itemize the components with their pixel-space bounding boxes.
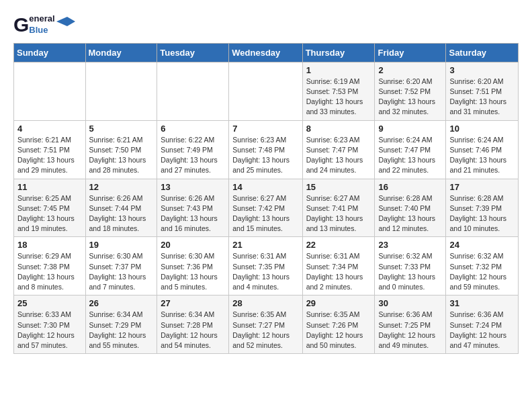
calendar-cell: 3Sunrise: 6:20 AM Sunset: 7:51 PM Daylig…	[446, 62, 519, 120]
calendar-week-3: 11Sunrise: 6:25 AM Sunset: 7:45 PM Dayli…	[14, 179, 519, 237]
day-number: 22	[306, 240, 371, 250]
day-info: Sunrise: 6:36 AM Sunset: 7:24 PM Dayligh…	[449, 310, 515, 351]
logo-blue: Blue	[29, 25, 54, 36]
calendar-cell: 6Sunrise: 6:22 AM Sunset: 7:49 PM Daylig…	[157, 120, 229, 179]
calendar-cell: 24Sunrise: 6:32 AM Sunset: 7:32 PM Dayli…	[446, 237, 519, 295]
calendar-cell: 9Sunrise: 6:24 AM Sunset: 7:47 PM Daylig…	[375, 120, 446, 179]
calendar-cell	[229, 62, 302, 120]
day-number: 19	[89, 240, 154, 250]
day-info: Sunrise: 6:27 AM Sunset: 7:42 PM Dayligh…	[232, 193, 298, 234]
day-number: 5	[89, 124, 154, 134]
calendar-cell: 22Sunrise: 6:31 AM Sunset: 7:34 PM Dayli…	[302, 237, 375, 295]
calendar-cell: 19Sunrise: 6:30 AM Sunset: 7:37 PM Dayli…	[85, 237, 157, 295]
day-number: 10	[449, 124, 515, 134]
day-number: 1	[306, 65, 371, 75]
calendar-cell: 10Sunrise: 6:24 AM Sunset: 7:46 PM Dayli…	[446, 120, 519, 179]
calendar-cell: 8Sunrise: 6:23 AM Sunset: 7:47 PM Daylig…	[302, 120, 375, 179]
day-info: Sunrise: 6:34 AM Sunset: 7:28 PM Dayligh…	[161, 310, 225, 351]
day-info: Sunrise: 6:32 AM Sunset: 7:33 PM Dayligh…	[378, 251, 442, 292]
day-info: Sunrise: 6:30 AM Sunset: 7:37 PM Dayligh…	[89, 251, 154, 292]
calendar-cell: 20Sunrise: 6:30 AM Sunset: 7:36 PM Dayli…	[157, 237, 229, 295]
day-number: 11	[17, 182, 82, 192]
day-info: Sunrise: 6:35 AM Sunset: 7:26 PM Dayligh…	[306, 310, 371, 351]
day-number: 28	[232, 298, 298, 308]
calendar-cell: 31Sunrise: 6:36 AM Sunset: 7:24 PM Dayli…	[446, 295, 519, 354]
calendar-cell: 18Sunrise: 6:29 AM Sunset: 7:38 PM Dayli…	[14, 237, 86, 295]
day-number: 16	[378, 182, 442, 192]
day-info: Sunrise: 6:29 AM Sunset: 7:38 PM Dayligh…	[17, 251, 82, 292]
weekday-header-sunday: Sunday	[14, 43, 86, 62]
day-number: 26	[89, 298, 154, 308]
day-number: 15	[306, 182, 371, 192]
weekday-header-row: SundayMondayTuesdayWednesdayThursdayFrid…	[14, 43, 519, 62]
day-info: Sunrise: 6:31 AM Sunset: 7:34 PM Dayligh…	[306, 251, 371, 292]
weekday-header-monday: Monday	[85, 43, 157, 62]
page-header: G eneral Blue	[13, 13, 519, 36]
day-info: Sunrise: 6:23 AM Sunset: 7:47 PM Dayligh…	[306, 135, 371, 176]
calendar-week-4: 18Sunrise: 6:29 AM Sunset: 7:38 PM Dayli…	[14, 237, 519, 295]
day-info: Sunrise: 6:35 AM Sunset: 7:27 PM Dayligh…	[232, 310, 298, 351]
day-number: 27	[161, 298, 225, 308]
day-number: 7	[232, 124, 298, 134]
day-number: 9	[378, 124, 442, 134]
day-number: 25	[17, 298, 82, 308]
day-number: 14	[232, 182, 298, 192]
calendar-cell: 11Sunrise: 6:25 AM Sunset: 7:45 PM Dayli…	[14, 179, 86, 237]
calendar-cell: 1Sunrise: 6:19 AM Sunset: 7:53 PM Daylig…	[302, 62, 375, 120]
day-number: 4	[17, 124, 82, 134]
day-info: Sunrise: 6:25 AM Sunset: 7:45 PM Dayligh…	[17, 193, 82, 234]
svg-marker-0	[56, 17, 75, 26]
calendar-cell	[157, 62, 229, 120]
calendar-cell: 30Sunrise: 6:36 AM Sunset: 7:25 PM Dayli…	[375, 295, 446, 354]
day-info: Sunrise: 6:34 AM Sunset: 7:29 PM Dayligh…	[89, 310, 154, 351]
day-number: 12	[89, 182, 154, 192]
day-number: 24	[449, 240, 515, 250]
calendar-week-2: 4Sunrise: 6:21 AM Sunset: 7:51 PM Daylig…	[14, 120, 519, 179]
day-number: 29	[306, 298, 371, 308]
day-info: Sunrise: 6:27 AM Sunset: 7:41 PM Dayligh…	[306, 193, 371, 234]
day-info: Sunrise: 6:31 AM Sunset: 7:35 PM Dayligh…	[232, 251, 298, 292]
calendar-cell: 21Sunrise: 6:31 AM Sunset: 7:35 PM Dayli…	[229, 237, 302, 295]
day-number: 17	[449, 182, 515, 192]
calendar-cell: 12Sunrise: 6:26 AM Sunset: 7:44 PM Dayli…	[85, 179, 157, 237]
day-number: 2	[378, 65, 442, 75]
day-info: Sunrise: 6:20 AM Sunset: 7:52 PM Dayligh…	[378, 77, 442, 118]
day-info: Sunrise: 6:21 AM Sunset: 7:50 PM Dayligh…	[89, 135, 154, 176]
weekday-header-wednesday: Wednesday	[229, 43, 302, 62]
calendar-cell: 25Sunrise: 6:33 AM Sunset: 7:30 PM Dayli…	[14, 295, 86, 354]
day-info: Sunrise: 6:21 AM Sunset: 7:51 PM Dayligh…	[17, 135, 82, 176]
calendar-cell: 28Sunrise: 6:35 AM Sunset: 7:27 PM Dayli…	[229, 295, 302, 354]
logo-arrow-icon	[56, 17, 75, 26]
calendar-cell: 5Sunrise: 6:21 AM Sunset: 7:50 PM Daylig…	[85, 120, 157, 179]
day-info: Sunrise: 6:32 AM Sunset: 7:32 PM Dayligh…	[449, 251, 515, 292]
calendar-cell	[85, 62, 157, 120]
day-number: 21	[232, 240, 298, 250]
calendar-cell: 13Sunrise: 6:26 AM Sunset: 7:43 PM Dayli…	[157, 179, 229, 237]
day-info: Sunrise: 6:26 AM Sunset: 7:43 PM Dayligh…	[161, 193, 225, 234]
day-number: 18	[17, 240, 82, 250]
day-info: Sunrise: 6:33 AM Sunset: 7:30 PM Dayligh…	[17, 310, 82, 351]
day-number: 30	[378, 298, 442, 308]
day-info: Sunrise: 6:20 AM Sunset: 7:51 PM Dayligh…	[449, 77, 515, 118]
calendar-cell: 17Sunrise: 6:28 AM Sunset: 7:39 PM Dayli…	[446, 179, 519, 237]
logo-g-letter: G	[13, 15, 29, 35]
day-info: Sunrise: 6:36 AM Sunset: 7:25 PM Dayligh…	[378, 310, 442, 351]
calendar-cell: 4Sunrise: 6:21 AM Sunset: 7:51 PM Daylig…	[14, 120, 86, 179]
day-info: Sunrise: 6:23 AM Sunset: 7:48 PM Dayligh…	[232, 135, 298, 176]
calendar-week-1: 1Sunrise: 6:19 AM Sunset: 7:53 PM Daylig…	[14, 62, 519, 120]
logo: G eneral Blue	[13, 13, 75, 36]
calendar-cell: 7Sunrise: 6:23 AM Sunset: 7:48 PM Daylig…	[229, 120, 302, 179]
calendar-cell: 14Sunrise: 6:27 AM Sunset: 7:42 PM Dayli…	[229, 179, 302, 237]
calendar-cell: 27Sunrise: 6:34 AM Sunset: 7:28 PM Dayli…	[157, 295, 229, 354]
day-number: 3	[449, 65, 515, 75]
calendar-week-5: 25Sunrise: 6:33 AM Sunset: 7:30 PM Dayli…	[14, 295, 519, 354]
calendar-cell: 23Sunrise: 6:32 AM Sunset: 7:33 PM Dayli…	[375, 237, 446, 295]
day-number: 13	[161, 182, 225, 192]
day-info: Sunrise: 6:22 AM Sunset: 7:49 PM Dayligh…	[161, 135, 225, 176]
weekday-header-friday: Friday	[375, 43, 446, 62]
day-info: Sunrise: 6:19 AM Sunset: 7:53 PM Dayligh…	[306, 77, 371, 118]
day-info: Sunrise: 6:28 AM Sunset: 7:39 PM Dayligh…	[449, 193, 515, 234]
calendar-cell: 16Sunrise: 6:28 AM Sunset: 7:40 PM Dayli…	[375, 179, 446, 237]
day-number: 20	[161, 240, 225, 250]
day-number: 23	[378, 240, 442, 250]
